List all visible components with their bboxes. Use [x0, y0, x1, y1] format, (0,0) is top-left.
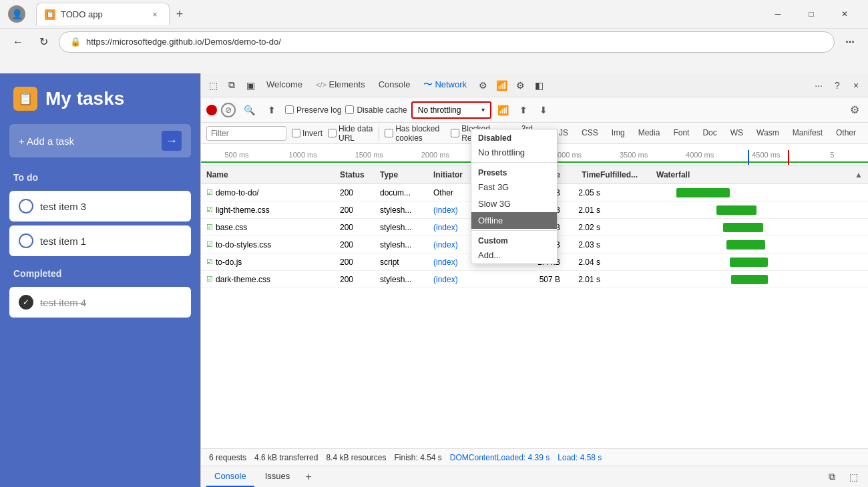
dd-fast-3g[interactable]: Fast 3G: [471, 179, 557, 195]
tab-network[interactable]: 〜Network: [417, 73, 473, 97]
tab-other[interactable]: Other: [829, 124, 863, 143]
devtools-responsive-btn[interactable]: ⧉: [222, 76, 241, 95]
network-settings-btn[interactable]: ⚙: [847, 102, 863, 118]
devtools-dock-btn[interactable]: ◧: [529, 76, 548, 95]
devtools-help-btn[interactable]: ?: [828, 76, 847, 95]
row-time: 2.01 s: [560, 205, 600, 215]
devtools-sources-btn[interactable]: ▣: [241, 76, 260, 95]
tab-icon: 📋: [45, 9, 55, 20]
task-checkbox-3[interactable]: [19, 199, 33, 213]
add-task-button[interactable]: + Add a task →: [9, 124, 191, 157]
back-button[interactable]: ←: [8, 32, 28, 52]
record-button[interactable]: [206, 105, 217, 115]
network-tab-label: Network: [435, 79, 467, 89]
dd-add[interactable]: Add...: [471, 247, 557, 264]
devtools-more-btn[interactable]: ···: [809, 76, 828, 95]
dd-presets-label: Presets: [471, 164, 557, 179]
maximize-button[interactable]: □: [796, 4, 827, 24]
row-waterfall: [654, 240, 863, 250]
dd-no-throttling[interactable]: No throttling: [471, 144, 557, 161]
tab-wasm[interactable]: Wasm: [750, 124, 786, 143]
disabled-label: Disabled: [471, 129, 557, 144]
task-checkbox-4[interactable]: ✓: [19, 295, 33, 310]
task-text-4: test item 4: [40, 297, 86, 308]
dd-slow-3g[interactable]: Slow 3G: [471, 195, 557, 212]
split-view-btn[interactable]: ⬚: [844, 468, 863, 486]
row-waterfall: [654, 223, 863, 232]
export-har-btn[interactable]: ⬇: [535, 102, 552, 118]
new-tab-button[interactable]: +: [170, 4, 190, 24]
clear-network-button[interactable]: ⊘: [221, 103, 236, 117]
import-har-btn[interactable]: ⬆: [515, 102, 531, 118]
waterfall-sort-icon[interactable]: ▲: [855, 170, 863, 179]
task-item-4[interactable]: ✓ test item 4: [9, 287, 191, 318]
col-name-header: Name: [206, 170, 340, 179]
profile-avatar[interactable]: 👤: [8, 5, 25, 23]
row-time: 2.03 s: [560, 240, 600, 250]
close-button[interactable]: ✕: [829, 4, 860, 24]
col-time-header: Time: [560, 170, 600, 179]
sidebar-header: 📋 My tasks: [0, 73, 200, 117]
tab-ws[interactable]: WS: [724, 124, 750, 143]
tab-manifest[interactable]: Manifest: [786, 124, 829, 143]
preserve-log-checkbox[interactable]: Preserve log: [285, 105, 341, 115]
lock-icon: 🔒: [70, 37, 81, 47]
tab-img[interactable]: Img: [605, 124, 632, 143]
add-bottom-tab-button[interactable]: +: [300, 469, 316, 485]
add-task-label: + Add a task: [19, 135, 74, 147]
tab-console[interactable]: Console: [372, 73, 417, 97]
filter-input[interactable]: [206, 126, 286, 141]
col-status-header: Status: [340, 170, 380, 179]
hide-data-url-checkbox[interactable]: Hide data URL: [328, 124, 373, 143]
row-status: 200: [340, 223, 380, 232]
row-name: ☑ light-theme.css: [206, 205, 340, 215]
dock-toggle-btn[interactable]: ⧉: [823, 468, 841, 486]
tab-doc[interactable]: Doc: [696, 124, 723, 143]
tab-css[interactable]: CSS: [575, 124, 605, 143]
bottom-tab-console[interactable]: Console: [206, 467, 254, 487]
browser-tab[interactable]: 📋 TODO app ×: [36, 3, 170, 25]
row-name: ☑ demo-to-do/: [206, 188, 340, 197]
network-filter-btn[interactable]: 🔍: [240, 101, 258, 119]
bottom-tab-issues[interactable]: Issues: [257, 467, 298, 487]
devtools-wifi-btn[interactable]: 📶: [492, 76, 511, 95]
more-button[interactable]: ···: [840, 32, 860, 52]
dom-content-loaded-marker: [748, 150, 749, 165]
row-initiator: (index): [433, 275, 513, 284]
tab-media[interactable]: Media: [632, 124, 667, 143]
tab-title: TODO app: [61, 9, 144, 19]
disable-cache-checkbox[interactable]: Disable cache: [345, 105, 407, 115]
tab-close-btn[interactable]: ×: [149, 9, 161, 21]
table-row[interactable]: ☑ dark-theme.css 200 stylesh... (index) …: [201, 271, 868, 288]
task-checkbox-1[interactable]: [19, 233, 33, 248]
throttle-select[interactable]: No throttling ▾: [411, 101, 491, 119]
tab-font[interactable]: Font: [666, 124, 696, 143]
devtools-inspect-btn[interactable]: ⬚: [204, 76, 222, 95]
online-indicator-btn[interactable]: 📶: [495, 102, 511, 118]
invert-checkbox[interactable]: Invert: [292, 129, 322, 138]
row-name: ☑ dark-theme.css: [206, 275, 340, 284]
row-status: 200: [340, 258, 380, 267]
row-time: 2.05 s: [560, 188, 600, 197]
minimize-button[interactable]: ─: [763, 4, 793, 24]
col-type-header: Type: [380, 170, 433, 179]
tab-elements[interactable]: </> Elements: [309, 73, 372, 97]
has-blocked-cookies-checkbox[interactable]: Has blocked cookies: [385, 124, 445, 143]
refresh-button[interactable]: ↻: [33, 32, 53, 52]
tab-welcome[interactable]: Welcome: [260, 73, 309, 97]
col-waterfall-header: Waterfall ▲: [654, 170, 863, 179]
row-time: 2.01 s: [560, 275, 600, 284]
dd-offline[interactable]: Offline: [471, 212, 557, 229]
devtools-performance-btn[interactable]: ⚙: [473, 76, 492, 95]
task-item-1[interactable]: test item 1: [9, 225, 191, 256]
devtools-panel: ⬚ ⧉ ▣ Welcome </> Elements Console 〜Netw…: [200, 73, 868, 487]
devtools-close-btn[interactable]: ×: [847, 76, 865, 95]
todo-section-label: To do: [0, 164, 200, 187]
network-import-btn[interactable]: ⬆: [262, 101, 281, 119]
network-type-tabs: JS CSS Img Media Font Doc WS Wasm Manife…: [552, 124, 863, 143]
col-fulfilled-header: Fulfilled...: [600, 170, 654, 179]
dd-custom-label: Custom: [471, 232, 557, 247]
devtools-settings-gear-btn[interactable]: ⚙: [511, 76, 529, 95]
address-input[interactable]: 🔒 https://microsoftedge.github.io/Demos/…: [59, 31, 835, 53]
task-item-3[interactable]: test item 3: [9, 191, 191, 221]
